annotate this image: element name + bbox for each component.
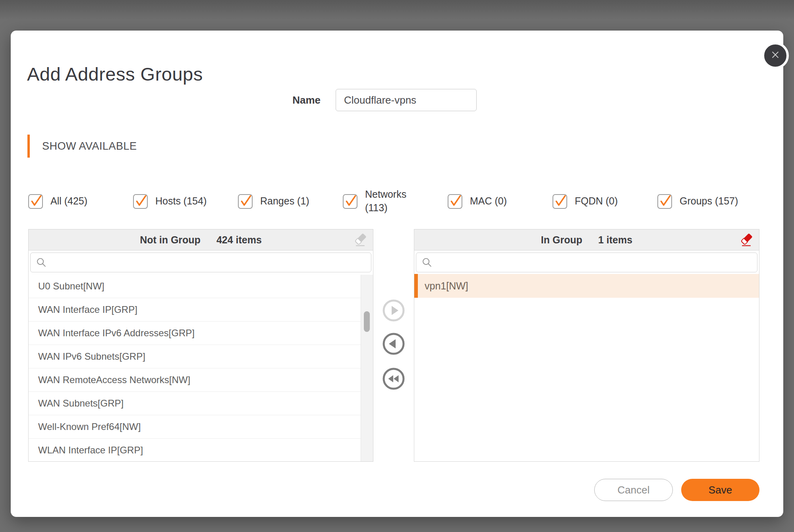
scrollbar-track[interactable] — [361, 275, 373, 461]
move-right-button[interactable] — [382, 299, 405, 322]
panel-title: In Group — [541, 234, 582, 246]
panel-title: Not in Group — [140, 234, 201, 246]
not-in-group-header: Not in Group 424 items — [29, 229, 373, 251]
selected-list-item[interactable]: vpn1[NW] — [414, 274, 759, 298]
section-accent-bar — [27, 135, 30, 158]
checkbox-checked-icon[interactable] — [448, 194, 462, 209]
filter-label: Networks (113) — [365, 188, 416, 215]
list-item[interactable]: WLAN Interface IP[GRP] — [29, 439, 361, 461]
name-label: Name — [225, 89, 321, 111]
filter-networks[interactable]: Networks (113) — [343, 188, 448, 215]
checkbox-checked-icon[interactable] — [133, 194, 148, 209]
name-input[interactable] — [336, 89, 477, 111]
filter-all[interactable]: All (425) — [28, 194, 133, 209]
cancel-button[interactable]: Cancel — [594, 479, 673, 501]
list-item[interactable]: WAN Interface IPv6 Addresses[GRP] — [29, 322, 361, 345]
filter-mac[interactable]: MAC (0) — [448, 194, 553, 209]
filter-label: Ranges (1) — [260, 195, 309, 208]
not-in-group-search — [29, 251, 373, 274]
clear-search-eraser-icon[interactable] — [353, 233, 367, 247]
type-filter-row: All (425) Hosts (154) Ranges (1) Network… — [28, 185, 775, 218]
section-label: SHOW AVAILABLE — [42, 140, 137, 152]
transfer-controls — [373, 229, 414, 462]
in-group-header: In Group 1 items — [414, 229, 759, 251]
arrow-left-icon — [382, 351, 405, 357]
panel-item-count: 424 items — [216, 234, 262, 246]
in-group-search — [414, 251, 759, 274]
list-item[interactable]: U0 Subnet[NW] — [29, 275, 361, 298]
arrow-right-icon — [382, 317, 405, 323]
list-item[interactable]: Well-Known Pref64[NW] — [29, 415, 361, 439]
panel-item-count: 1 items — [598, 234, 632, 246]
list-item[interactable]: WAN Subnets[GRP] — [29, 392, 361, 415]
in-group-list: vpn1[NW] — [414, 274, 759, 461]
filter-label: FQDN (0) — [575, 195, 618, 208]
list-item[interactable]: WAN RemoteAccess Networks[NW] — [29, 368, 361, 392]
dialog-title: Add Address Groups — [27, 63, 203, 85]
clear-group-eraser-icon[interactable] — [739, 233, 753, 247]
scrollbar-thumb[interactable] — [364, 311, 370, 332]
show-available-section: SHOW AVAILABLE — [27, 135, 137, 158]
filter-label: MAC (0) — [470, 195, 507, 208]
in-group-panel: In Group 1 items — [414, 229, 759, 462]
search-input[interactable] — [30, 253, 371, 272]
filter-label: Groups (157) — [680, 195, 738, 208]
checkbox-checked-icon[interactable] — [657, 194, 672, 209]
list-item[interactable]: WAN Interface IP[GRP] — [29, 298, 361, 322]
filter-hosts[interactable]: Hosts (154) — [133, 194, 238, 209]
close-button[interactable] — [762, 42, 789, 69]
filter-label: Hosts (154) — [155, 195, 207, 208]
checkbox-checked-icon[interactable] — [238, 194, 253, 209]
not-in-group-list: U0 Subnet[NW] WAN Interface IP[GRP] WAN … — [29, 275, 361, 461]
filter-groups[interactable]: Groups (157) — [657, 194, 762, 209]
double-arrow-left-icon — [382, 386, 405, 391]
close-icon — [770, 49, 781, 62]
save-button[interactable]: Save — [681, 479, 759, 501]
filter-ranges[interactable]: Ranges (1) — [238, 194, 343, 209]
transfer-panels: Not in Group 424 items — [28, 229, 759, 462]
move-left-button[interactable] — [382, 332, 405, 355]
list-item[interactable]: WAN IPv6 Subnets[GRP] — [29, 345, 361, 368]
checkbox-checked-icon[interactable] — [28, 194, 43, 209]
checkbox-checked-icon[interactable] — [343, 194, 357, 209]
filter-fqdn[interactable]: FQDN (0) — [553, 194, 657, 209]
move-all-left-button[interactable] — [382, 367, 405, 390]
search-input[interactable] — [416, 253, 757, 272]
checkbox-checked-icon[interactable] — [553, 194, 567, 209]
not-in-group-panel: Not in Group 424 items — [28, 229, 373, 462]
filter-label: All (425) — [50, 195, 87, 208]
add-address-groups-dialog: Add Address Groups Name SHOW AVAILABLE A… — [11, 31, 783, 517]
